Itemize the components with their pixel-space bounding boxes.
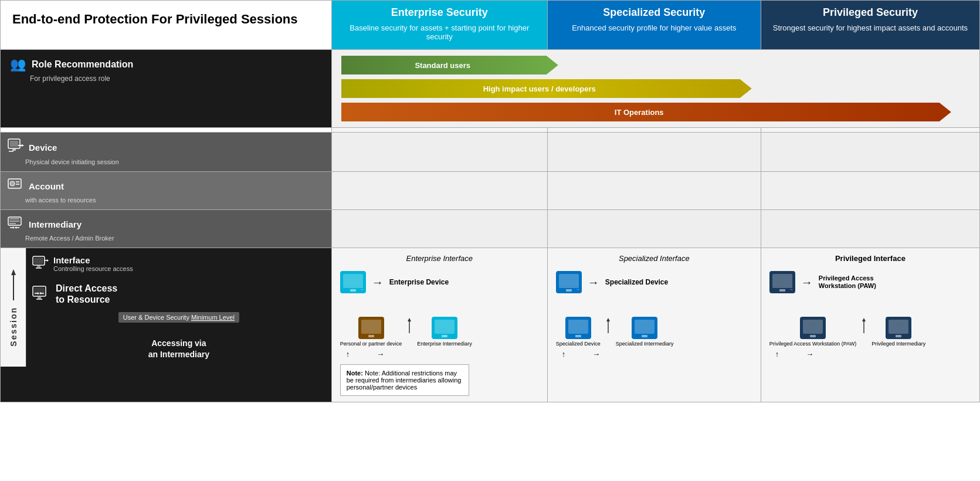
enterprise-device-icon: → (340, 271, 366, 293)
enterprise-interface-title: Enterprise Interface (340, 254, 539, 263)
enterprise-title: Enterprise Security (332, 1, 547, 21)
device-cell: Device Physical device initiating sessio… (1, 133, 332, 172)
interface-left-cell: Session (1, 248, 332, 402)
enterprise-intermediary-label: Enterprise Intermediary (417, 341, 472, 347)
privileged-direct-flow: → → Privileged AccessWorkstation (PAW) (769, 271, 971, 293)
note-box: Note: Note: Additional restrictions may … (340, 364, 469, 396)
account-specialized-cell (547, 172, 761, 210)
users-icon: 👥 (10, 57, 26, 72)
account-sub: with access to resources (25, 197, 324, 204)
personal-device-label: Personal or partner device (340, 341, 402, 347)
direct-access-row: Direct Access to Resource (32, 283, 325, 305)
device-enterprise-cell (331, 133, 547, 172)
svg-rect-23 (34, 287, 45, 295)
specialized-direct-flow: → → Specialized Device (556, 271, 752, 293)
interface-icon (32, 255, 49, 272)
enterprise-device-label: Enterprise Device (389, 278, 449, 286)
it-operations-label: IT Operations (615, 108, 664, 117)
accessing-label: Accessing via an Intermediary (32, 338, 325, 359)
intermediary-sub: Remote Access / Admin Broker (25, 235, 324, 242)
enterprise-header-cell: Enterprise Security Baseline security fo… (331, 1, 547, 50)
intermediary-icon (8, 216, 24, 233)
paw-label: Privileged AccessWorkstation (PAW) (819, 275, 876, 290)
specialized-interface-cell: Specialized Interface → → Specialized De… (547, 248, 761, 402)
account-privileged-cell (761, 172, 979, 210)
svg-rect-1 (10, 141, 18, 147)
role-sub: For privileged access role (30, 74, 322, 83)
interface-label-row: Interface Controlling resource access (32, 255, 325, 272)
intermediary-privileged-cell (761, 210, 979, 248)
role-row: 👥 Role Recommendation For privileged acc… (1, 50, 980, 128)
spacer-row-1 (1, 128, 980, 133)
account-cell: Account with access to resources (1, 172, 332, 210)
svg-marker-31 (606, 318, 610, 321)
privileged-intermediary-flow: Privileged Access Workstation (PAW) (769, 317, 971, 358)
interface-sub-text: Controlling resource access (53, 265, 133, 272)
specialized-interface-title: Specialized Interface (556, 254, 752, 263)
specialized-device-label: Specialized Device (605, 278, 668, 286)
svg-point-6 (10, 181, 15, 186)
direct-access-label: Direct Access to Resource (56, 283, 117, 305)
privileged-intermediary-label: Privileged Intermediary (872, 341, 925, 347)
privileged-interface-cell: Privileged Interface → → Privileged Acce… (761, 248, 979, 402)
specialized-direct-arrow: → (588, 276, 599, 289)
it-operations-arrow: IT Operations (341, 103, 970, 121)
main-table: End-to-end Protection For Privileged Ses… (0, 0, 980, 402)
svg-rect-26 (38, 297, 41, 299)
svg-marker-16 (11, 269, 16, 275)
privileged-inter-flow-arrows: ↑ → (775, 350, 971, 358)
paw-icon: → (769, 271, 795, 293)
paw-inter-icon (800, 317, 826, 339)
session-label: Session (9, 307, 18, 347)
session-up-arrow (9, 268, 18, 303)
specialized-device-inter-label: Specialized Device (556, 341, 601, 347)
privileged-inter-up-arrow (860, 317, 868, 334)
svg-rect-20 (37, 266, 40, 267)
account-row: Account with access to resources (1, 172, 980, 210)
paw-inter-label: Privileged Access Workstation (PAW) (769, 341, 856, 347)
enterprise-desc: Baseline security for assets + starting … (332, 21, 547, 49)
enterprise-inter-flow-arrows: ↑ → (346, 350, 539, 358)
specialized-inter-up-arrow (604, 317, 612, 334)
specialized-desc: Enhanced security profile for higher val… (548, 21, 761, 40)
enterprise-direct-arrow: → (372, 276, 384, 289)
direct-access-icon (32, 285, 51, 303)
standard-users-arrow: Standard users (341, 56, 970, 74)
header-left-cell: End-to-end Protection For Privileged Ses… (1, 1, 332, 50)
header-row: End-to-end Protection For Privileged Ses… (1, 1, 980, 50)
device-privileged-cell (761, 133, 979, 172)
role-arrows-container: Standard users High impact users / devel… (332, 50, 979, 127)
specialized-intermediary-label: Specialized Intermediary (616, 341, 674, 347)
privileged-interface-title: Privileged Interface (769, 254, 971, 263)
standard-users-label: Standard users (415, 61, 470, 70)
svg-marker-19 (47, 259, 49, 262)
role-title: 👥 Role Recommendation (10, 57, 322, 72)
page-title: End-to-end Protection For Privileged Ses… (12, 11, 320, 28)
interface-label-text: Interface (53, 255, 133, 265)
intermediary-label: Intermediary (29, 219, 82, 229)
svg-marker-33 (862, 318, 866, 321)
svg-marker-29 (408, 318, 411, 321)
device-sub: Physical device initiating session (25, 158, 324, 165)
specialized-device-inter-icon (565, 317, 591, 339)
enterprise-intermediary-icon (432, 317, 457, 339)
svg-marker-13 (13, 226, 15, 229)
high-impact-label: High impact users / developers (483, 84, 596, 93)
enterprise-inter-up-arrow (405, 317, 413, 334)
device-icon (8, 138, 24, 157)
intermediary-enterprise-cell (331, 210, 547, 248)
privileged-intermediary-icon (886, 317, 911, 339)
specialized-intermediary-flow: Specialized Device (556, 317, 752, 358)
device-row: Device Physical device initiating sessio… (1, 133, 980, 172)
intermediary-cell: Intermediary Remote Access / Admin Broke… (1, 210, 332, 248)
privileged-header-cell: Privileged Security Strongest security f… (761, 1, 979, 50)
enterprise-interface-cell: Enterprise Interface → → Enterprise Devi… (331, 248, 547, 402)
min-level-badge: User & Device Security Minimum Level (118, 312, 239, 323)
personal-device-icon (358, 317, 384, 339)
enterprise-direct-flow: → → Enterprise Device (340, 271, 539, 293)
specialized-title: Specialized Security (548, 1, 761, 21)
svg-rect-2 (12, 149, 16, 151)
account-icon (8, 178, 24, 195)
svg-marker-4 (22, 144, 24, 147)
account-label: Account (29, 181, 64, 191)
